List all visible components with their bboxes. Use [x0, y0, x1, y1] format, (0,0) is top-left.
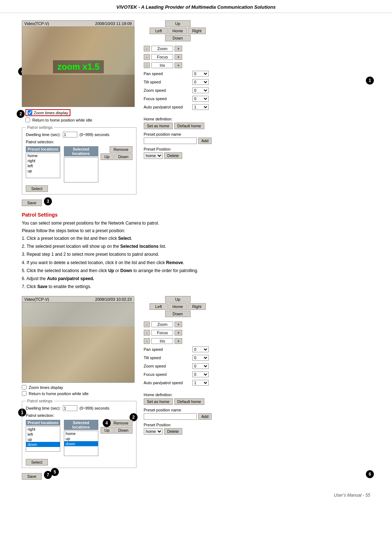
set-home-btn-top[interactable]: Set as home — [144, 123, 173, 129]
zoom-display-row: Zoom times display — [25, 109, 136, 116]
default-home-btn-top[interactable]: Default home — [174, 123, 204, 129]
bottom-return-home-row: Return to home position while idle — [22, 391, 136, 396]
list-item[interactable]: up — [26, 168, 60, 173]
bottom-video-section: Video(TCP-V) 2008/10/03 10:02:23 Zoom ti… — [22, 296, 136, 480]
right-controls-top: Up Left Home Right Down - Zoom + — [144, 20, 212, 206]
remove-btn-top[interactable]: Remove — [110, 146, 132, 153]
auto-speed-sel-b[interactable]: 1 — [192, 380, 209, 386]
list-item[interactable]: left — [26, 163, 60, 168]
pan-speed-row: Pan speed 0123 — [144, 71, 212, 77]
select-btn-top[interactable]: Select — [26, 185, 48, 192]
zoom-display-checkbox[interactable] — [28, 110, 32, 115]
iris-plus-btn[interactable]: + — [175, 62, 182, 68]
selected-header-bottom: Selected locations — [64, 420, 98, 430]
preset-pos-select-top[interactable]: home — [144, 152, 163, 159]
list-item[interactable]: up — [64, 436, 98, 441]
preset-name-input-b[interactable] — [144, 413, 197, 420]
default-home-btn-b[interactable]: Default home — [174, 398, 204, 405]
patrol-selection-label-top: Patrol selection: — [26, 140, 132, 144]
list-item[interactable]: right — [26, 158, 60, 163]
remove-btn-bottom[interactable]: Remove — [110, 420, 132, 426]
bottom-return-home-checkbox[interactable] — [22, 391, 26, 396]
add-btn-top[interactable]: Add — [198, 138, 212, 144]
patrol-fieldset-bottom: Patrol settings Dwelling time (sec): (0~… — [22, 399, 136, 468]
delete-btn-top[interactable]: Delete — [164, 152, 182, 159]
zoom-speed-select[interactable]: 012 — [192, 87, 209, 93]
list-item[interactable]: down — [64, 441, 98, 446]
preset-name-row-top: Add — [144, 138, 212, 144]
ptz-home-btn-b[interactable]: Home — [168, 303, 187, 310]
preset-list-top[interactable]: home right left up — [26, 153, 60, 178]
ptz-controls-bottom: Up Left Home Right Down — [144, 296, 212, 317]
focus-plus-b[interactable]: + — [175, 330, 182, 336]
iris-minus-btn[interactable]: - — [144, 62, 150, 68]
focus-speed-sel-b[interactable]: 0 — [192, 372, 209, 377]
focus-speed-select[interactable]: 012 — [192, 96, 209, 102]
iris-minus-b[interactable]: - — [144, 338, 150, 344]
zoom-speed-label: Zoom speed — [144, 88, 191, 93]
preset-pos-sel-b[interactable]: home — [144, 428, 163, 435]
save-btn-bottom[interactable]: Save — [22, 473, 42, 480]
tilt-speed-sel-b[interactable]: 0 — [192, 355, 209, 361]
list-item[interactable]: down — [26, 442, 60, 447]
ptz-down-btn-b[interactable]: Down — [165, 311, 191, 317]
iris-control-row: - Iris + — [144, 62, 212, 68]
list-item[interactable]: left — [26, 432, 60, 437]
dwelling-input-bottom[interactable] — [63, 405, 77, 411]
dwelling-input-top[interactable] — [63, 132, 77, 138]
delete-btn-b[interactable]: Delete — [164, 428, 182, 435]
list-item[interactable]: home — [26, 153, 60, 158]
pan-speed-select[interactable]: 0123 — [192, 71, 209, 77]
down-btn-bottom[interactable]: Down — [114, 427, 132, 434]
ptz-right-btn[interactable]: Right — [188, 28, 206, 34]
zoom-speed-sel-b[interactable]: 0 — [192, 363, 209, 369]
ptz-up-btn-b[interactable]: Up — [165, 296, 191, 303]
selected-list-bottom[interactable]: home up down — [64, 431, 98, 456]
zoom-minus-btn[interactable]: - — [144, 46, 150, 52]
ptz-home-btn[interactable]: Home — [168, 28, 187, 34]
pan-speed-sel-b[interactable]: 0 — [192, 346, 209, 352]
list-item[interactable]: up — [26, 437, 60, 442]
page-header: VIVOTEK - A Leading Provider of Multimed… — [0, 0, 392, 13]
zoom-plus-btn[interactable]: + — [175, 46, 182, 52]
add-btn-b[interactable]: Add — [198, 413, 212, 420]
select-btn-bottom[interactable]: Select — [26, 459, 48, 465]
focus-plus-btn[interactable]: + — [175, 54, 182, 60]
tilt-speed-select[interactable]: 012 — [192, 79, 209, 85]
iris-plus-b[interactable]: + — [175, 338, 182, 344]
preset-list-bottom[interactable]: right left up down — [26, 426, 60, 452]
up-btn-top[interactable]: Up — [101, 153, 114, 160]
list-item[interactable]: home — [64, 431, 98, 436]
ptz-left-btn-b[interactable]: Left — [150, 303, 168, 310]
save-row-top: Save 3 — [22, 197, 136, 206]
ptz-down-btn[interactable]: Down — [165, 35, 191, 41]
down-btn-top[interactable]: Down — [114, 153, 132, 160]
selected-list-top[interactable] — [64, 157, 98, 182]
zoom-minus-b[interactable]: - — [144, 321, 150, 327]
pan-speed-label: Pan speed — [144, 71, 191, 76]
ptz-left-btn[interactable]: Left — [150, 28, 168, 34]
ptz-up-btn[interactable]: Up — [165, 20, 191, 27]
auto-speed-row: Auto pan/patrol speed 012 — [144, 104, 212, 110]
preset-name-input-top[interactable] — [144, 138, 197, 144]
preset-name-lbl-b: Preset position name — [144, 408, 212, 412]
zoom-plus-b[interactable]: + — [175, 321, 182, 327]
return-home-checkbox[interactable] — [25, 118, 30, 122]
up-btn-bottom[interactable]: Up — [101, 427, 114, 434]
zoom-label: Zoom — [151, 46, 173, 52]
dwelling-range-top: (0~999) seconds — [79, 132, 109, 137]
locations-container-top: Preset locations home right left up Sele… — [26, 146, 98, 182]
set-home-btn-b[interactable]: Set as home — [144, 398, 173, 405]
focus-minus-b[interactable]: - — [144, 330, 150, 336]
auto-speed-select[interactable]: 012 — [192, 104, 209, 110]
save-btn-top[interactable]: Save — [22, 200, 42, 206]
bottom-zoom-checkbox[interactable] — [22, 385, 26, 390]
ptz-right-btn-b[interactable]: Right — [188, 303, 206, 310]
ptz-up-row: Up — [165, 20, 191, 27]
focus-lbl-b: Focus — [151, 330, 173, 336]
focus-minus-btn[interactable]: - — [144, 54, 150, 60]
tilt-speed-row-b: Tilt speed 0 — [144, 355, 212, 361]
list-item[interactable]: right — [26, 427, 60, 432]
zoom-ctrl-b: - Zoom + — [144, 321, 212, 327]
focus-control-row: - Focus + — [144, 54, 212, 60]
